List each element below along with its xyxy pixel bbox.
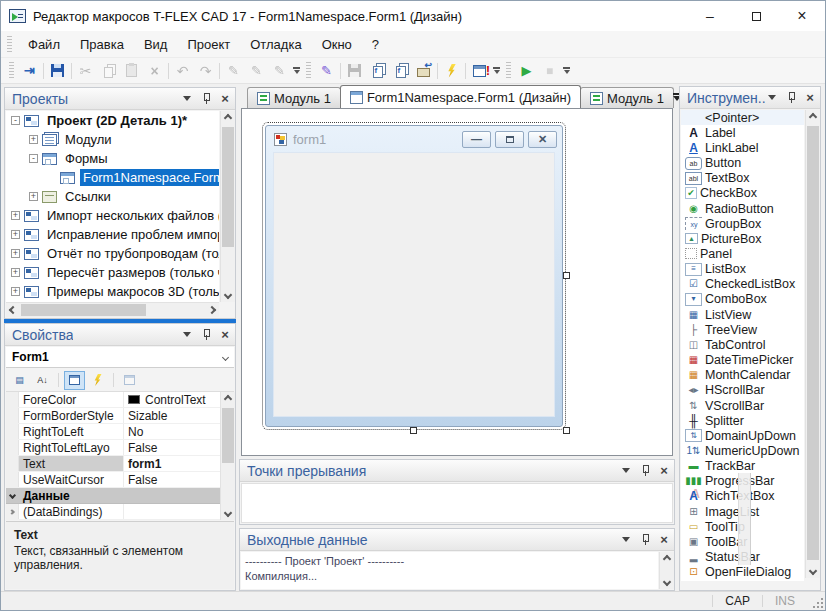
toolbox-item[interactable]: A Label	[681, 125, 804, 140]
tree-item-modules[interactable]: +Модули	[6, 130, 219, 149]
resize-handle-right[interactable]	[563, 272, 570, 279]
toolbox-item[interactable]: A LinkLabel	[681, 140, 804, 155]
redo-button[interactable]: ↷	[194, 60, 217, 82]
pen-button-1[interactable]: ✎	[222, 60, 245, 82]
toolbar-overflow-button[interactable]	[491, 60, 502, 82]
form-minimize-button[interactable]: —	[462, 131, 491, 148]
projects-hscrollbar[interactable]	[6, 302, 219, 317]
toolbox-item[interactable]: ⇅ DomainUpDown	[681, 428, 804, 443]
panel-pin-button[interactable]	[639, 465, 651, 477]
expander-icon[interactable]: +	[29, 192, 38, 201]
expander-icon[interactable]: +	[29, 135, 38, 144]
tree-item-forms[interactable]: -Формы	[6, 149, 219, 168]
property-row-righttoleft[interactable]: RightToLeftNo	[6, 424, 234, 440]
scroll-down-arrow[interactable]	[221, 506, 235, 520]
toolbox-item[interactable]: ⊡ OpenFileDialog	[681, 565, 804, 580]
tree-item-samples3d[interactable]: +Примеры макросов 3D (только	[6, 282, 219, 301]
delete-button[interactable]: ×	[143, 60, 166, 82]
copy-button[interactable]	[97, 60, 120, 82]
toolbox-item[interactable]: ≡ ListBox	[681, 262, 804, 277]
expander-icon[interactable]: -	[29, 154, 38, 163]
toolbar-grip[interactable]	[506, 62, 511, 80]
pen-button-3[interactable]: ✎	[268, 60, 291, 82]
alphabetical-sort-button[interactable]: A↓	[32, 371, 53, 390]
toolbar-grip[interactable]	[9, 62, 14, 80]
expander-icon[interactable]: +	[11, 249, 20, 258]
menu-item[interactable]: ?	[362, 33, 389, 56]
tab-module1-left[interactable]: Модуль 1	[247, 87, 341, 108]
scroll-down-arrow[interactable]	[806, 564, 820, 578]
toolbar-overflow-button[interactable]	[561, 60, 572, 82]
property-row-usewaitcursor[interactable]: UseWaitCursorFalse	[6, 472, 234, 488]
toolbox-item[interactable]: ▲ PictureBox	[681, 231, 804, 246]
panel-pin-button[interactable]	[200, 93, 212, 105]
expander-icon[interactable]: +	[11, 230, 20, 239]
scroll-up-arrow[interactable]	[221, 111, 235, 125]
property-row-righttoleftlayout[interactable]: RightToLeftLayoFalse	[6, 440, 234, 456]
output-vscrollbar[interactable]	[659, 552, 674, 589]
designed-form-client-area[interactable]	[273, 152, 555, 417]
object-selector-combobox[interactable]: Form1	[6, 347, 234, 368]
toolbox-item[interactable]: ▦ DateTimePicker	[681, 353, 804, 368]
resize-handle-bottom[interactable]	[410, 427, 417, 434]
panel-menu-button[interactable]	[766, 92, 778, 104]
toolbox-item[interactable]: ▾ ComboBox	[681, 292, 804, 307]
panel-menu-button[interactable]	[181, 93, 193, 105]
add-form-button[interactable]: f	[389, 60, 412, 82]
save-all-button[interactable]	[343, 60, 366, 82]
scroll-up-arrow[interactable]	[660, 552, 674, 566]
toolbox-item[interactable]: ▬ TrackBar	[681, 459, 804, 474]
property-row-databindings[interactable]: (DataBindings)	[6, 504, 234, 520]
toolbox-item[interactable]: ╫ Splitter	[681, 413, 804, 428]
toolbox-item[interactable]: Panel	[681, 246, 804, 261]
toolbox-item[interactable]: abl TextBox	[681, 171, 804, 186]
stop-button[interactable]: ■	[538, 60, 561, 82]
maximize-button[interactable]	[733, 1, 779, 31]
breakpoints-list[interactable]	[241, 483, 673, 523]
menu-item[interactable]: Правка	[70, 33, 134, 56]
toolbox-vscrollbar[interactable]	[805, 110, 820, 578]
macro-properties-button[interactable]	[468, 60, 491, 82]
pen-button-2[interactable]: ✎	[245, 60, 268, 82]
scroll-up-arrow[interactable]	[806, 110, 820, 124]
panel-pin-button[interactable]	[785, 92, 797, 104]
tree-item-pipereport[interactable]: +Отчёт по трубопроводам (тольк	[6, 244, 219, 263]
property-row-formborderstyle[interactable]: FormBorderStyleSizable	[6, 408, 234, 424]
expander-icon[interactable]: +	[11, 287, 20, 296]
panel-menu-button[interactable]	[620, 465, 632, 477]
toolbox-item[interactable]: ◂▸ HScrollBar	[681, 383, 804, 398]
toolbox-item[interactable]: ☑ CheckedListBox	[681, 277, 804, 292]
scroll-left-arrow[interactable]	[6, 303, 20, 317]
menu-item[interactable]: Проект	[177, 33, 240, 56]
add-module-button[interactable]: f	[366, 60, 389, 82]
properties-view-button[interactable]	[64, 371, 85, 390]
toolbar-overflow-button[interactable]	[291, 60, 302, 82]
output-text[interactable]: ---------- Проект 'Проект' ---------- Ко…	[241, 552, 658, 589]
form-maximize-button[interactable]	[495, 131, 524, 148]
panel-close-button[interactable]: ×	[219, 329, 231, 341]
tab-form1-design-active[interactable]: Form1Namespace.Form1 (Дизайн)	[340, 85, 581, 108]
designed-form-titlebar[interactable]: form1 — ✕	[266, 126, 562, 152]
panel-menu-button[interactable]	[181, 329, 193, 341]
tab-module1-right[interactable]: Модуль 1	[580, 87, 674, 108]
run-button[interactable]: ▶	[515, 60, 538, 82]
events-button[interactable]	[87, 371, 108, 390]
tree-item-form1[interactable]: Form1Namespace.Form1	[6, 168, 219, 187]
scroll-thumb[interactable]	[222, 127, 234, 247]
categorized-button[interactable]: ▤	[9, 371, 30, 390]
toolbox-item[interactable]: xy GroupBox	[681, 216, 804, 231]
tree-item-import[interactable]: +Импорт нескольких файлов (то	[6, 206, 219, 225]
property-row-forecolor[interactable]: ForeColorControlText	[6, 392, 234, 408]
panel-close-button[interactable]: ×	[658, 465, 670, 477]
toolbox-item[interactable]: ├ TreeView	[681, 322, 804, 337]
tree-item-fiximport[interactable]: +Исправление проблем импорта	[6, 225, 219, 244]
add-reference-button[interactable]	[412, 60, 435, 82]
projects-vscrollbar[interactable]	[220, 111, 235, 302]
toolbox-item[interactable]: ⇅ VScrollBar	[681, 398, 804, 413]
form-designer-canvas[interactable]: form1 — ✕	[241, 108, 673, 456]
property-row-text-selected[interactable]: Textform1	[6, 456, 234, 472]
expander-icon[interactable]: -	[11, 116, 20, 125]
resize-handle-corner[interactable]	[563, 427, 570, 434]
toolbox-item[interactable]: ✔ CheckBox	[681, 186, 804, 201]
panel-close-button[interactable]: ×	[658, 534, 670, 546]
